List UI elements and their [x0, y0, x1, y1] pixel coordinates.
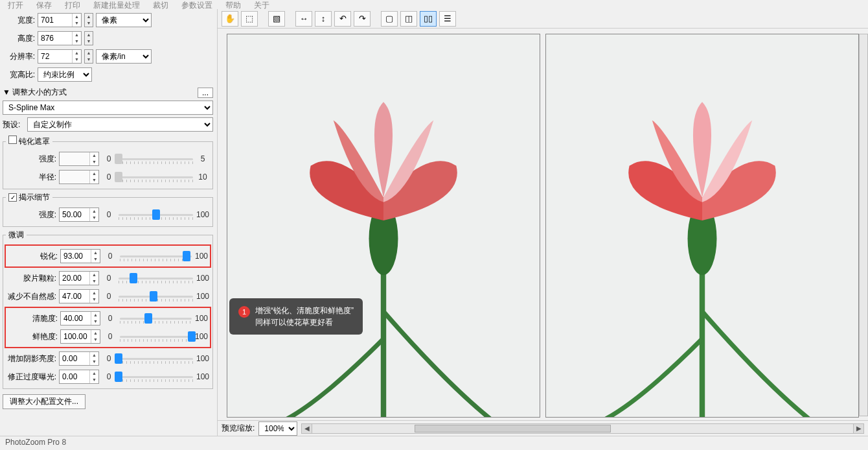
aspect-select[interactable]: 约束比例	[38, 67, 92, 82]
annotation-line2: 同样可以使花草更好看	[255, 316, 354, 328]
sharpen-input[interactable]: ▲▼	[60, 249, 100, 263]
scroll-thumb[interactable]	[415, 425, 611, 432]
width-unit-select[interactable]: 像素	[96, 13, 152, 27]
crop-tool-icon[interactable]: ▧	[268, 11, 285, 27]
preset-label: 预设:	[3, 119, 25, 130]
crisp-slider[interactable]	[120, 312, 192, 325]
annotation-callout: 1 增强“锐化、清脆度和鲜艳度” 同样可以使花草更好看	[229, 298, 363, 335]
flower-image	[565, 38, 839, 418]
view-single-icon[interactable]: ▢	[381, 11, 398, 27]
menu-about[interactable]: 关于	[250, 0, 273, 9]
exposure-label: 修正过度曝光:	[6, 372, 56, 383]
menu-batch[interactable]: 新建批量处理	[89, 0, 144, 9]
unsharp-strength-label: 强度:	[6, 154, 56, 165]
artifact-slider[interactable]	[119, 290, 193, 303]
reveal-strength-label: 强度:	[6, 209, 56, 220]
resolution-unit-select[interactable]: 像素/in	[96, 49, 152, 64]
zoom-label: 预览缩放:	[222, 423, 255, 434]
preview-left[interactable]	[227, 34, 540, 418]
sharpen-label: 锐化:	[7, 251, 58, 262]
status-bar: PhotoZoom Pro 8	[0, 436, 868, 450]
view-split-h-icon[interactable]: ◫	[400, 11, 417, 27]
annotation-number: 1	[238, 306, 250, 318]
unsharp-radius-input[interactable]: ▲▼	[59, 170, 99, 184]
hand-tool-icon[interactable]: ✋	[222, 11, 238, 27]
rotate-right-icon[interactable]: ↷	[354, 11, 371, 27]
down-icon[interactable]: ▼	[85, 20, 93, 27]
menu-bar: 打开 保存 打印 新建批量处理 裁切 参数设置 帮助 关于	[0, 0, 868, 9]
reveal-strength-slider[interactable]	[119, 208, 193, 221]
unsharp-strength-input[interactable]: ▲▼	[59, 152, 99, 166]
up-icon[interactable]: ▲	[85, 14, 93, 20]
resize-method-select[interactable]: S-Spline Max	[3, 101, 213, 115]
artifact-input[interactable]: ▲▼	[59, 289, 99, 303]
shadow-input[interactable]: ▲▼	[59, 351, 99, 366]
grain-slider[interactable]	[119, 272, 193, 285]
vivid-slider[interactable]	[120, 330, 192, 343]
reveal-detail-group: ✓ 揭示细节 强度: ▲▼ 0 100	[3, 192, 213, 227]
crisp-label: 清脆度:	[7, 313, 58, 324]
resize-profile-button[interactable]: 调整大小配置文件...	[3, 394, 86, 409]
menu-print[interactable]: 打印	[61, 0, 84, 9]
flip-horizontal-icon[interactable]: ↔	[295, 11, 312, 27]
sharpen-slider[interactable]	[120, 250, 192, 263]
horizontal-scrollbar[interactable]: ◀ ▶	[301, 423, 864, 434]
fine-tune-group: 微调 锐化: ▲▼ 0 100 胶片颗粒: ▲▼ 0 100 减少不自然感:	[3, 230, 213, 389]
exposure-slider[interactable]	[119, 370, 193, 383]
resolution-label: 分辨率:	[3, 51, 35, 62]
vivid-label: 鲜艳度:	[7, 331, 58, 342]
up-icon[interactable]: ▲	[73, 14, 81, 20]
unsharp-checkbox[interactable]	[8, 136, 17, 144]
scroll-right-icon[interactable]: ▶	[853, 424, 863, 433]
preview-right[interactable]	[545, 34, 859, 418]
artifact-label: 减少不自然感:	[6, 291, 56, 302]
settings-sidebar: 宽度: ▲▼ ▲▼ 像素 高度: ▲▼ ▲▼ 分辨率: ▲▼ ▲▼ 像素/in …	[0, 9, 218, 436]
grain-input[interactable]: ▲▼	[59, 271, 99, 285]
resize-options-button[interactable]: ...	[198, 88, 213, 98]
width-input[interactable]: ▲▼	[38, 13, 82, 27]
shadow-slider[interactable]	[119, 352, 193, 365]
menu-save[interactable]: 保存	[32, 0, 56, 9]
unsharp-mask-group: 钝化遮罩 强度: ▲▼ 0 5 半径: ▲▼ 0 10	[3, 136, 213, 189]
vivid-input[interactable]: ▲▼	[60, 329, 100, 344]
width-label: 宽度:	[3, 15, 35, 26]
flip-vertical-icon[interactable]: ↕	[315, 11, 332, 27]
menu-open[interactable]: 打开	[4, 0, 27, 9]
zoom-select[interactable]: 100%	[258, 421, 297, 436]
unsharp-radius-label: 半径:	[6, 172, 56, 183]
preset-select[interactable]: 自定义制作	[27, 117, 213, 132]
annotation-line1: 增强“锐化、清脆度和鲜艳度”	[255, 305, 354, 316]
rotate-left-icon[interactable]: ↶	[334, 11, 351, 27]
aspect-label: 宽高比:	[3, 69, 35, 80]
reveal-strength-input[interactable]: ▲▼	[59, 207, 99, 222]
preview-area: ✋ ⬚ ▧ ↔ ↕ ↶ ↷ ▢ ◫ ▯▯ ☰	[218, 9, 868, 436]
menu-prefs[interactable]: 参数设置	[177, 0, 216, 9]
shadow-label: 增加阴影亮度:	[6, 353, 56, 364]
grain-label: 胶片颗粒:	[6, 273, 56, 284]
exposure-input[interactable]: ▲▼	[59, 370, 99, 384]
resize-section-header: ▼ 调整大小的方式	[3, 87, 67, 98]
reveal-checkbox[interactable]: ✓	[8, 193, 17, 202]
height-label: 高度:	[3, 33, 35, 44]
view-side-by-side-icon[interactable]: ▯▯	[420, 11, 437, 27]
crisp-input[interactable]: ▲▼	[60, 311, 100, 326]
resolution-input[interactable]: ▲▼	[38, 49, 82, 64]
scroll-left-icon[interactable]: ◀	[302, 424, 312, 433]
down-icon[interactable]: ▼	[73, 20, 81, 27]
unsharp-radius-slider[interactable]	[119, 171, 193, 184]
flower-image	[246, 38, 521, 418]
marquee-tool-icon[interactable]: ⬚	[241, 11, 258, 27]
menu-crop[interactable]: 裁切	[149, 0, 172, 9]
view-stack-icon[interactable]: ☰	[439, 11, 456, 27]
menu-help[interactable]: 帮助	[222, 0, 245, 9]
vertical-scrollbar[interactable]	[859, 34, 868, 416]
toolbar: ✋ ⬚ ▧ ↔ ↕ ↶ ↷ ▢ ◫ ▯▯ ☰	[218, 9, 868, 29]
height-input[interactable]: ▲▼	[38, 31, 82, 45]
unsharp-strength-slider[interactable]	[119, 152, 193, 165]
